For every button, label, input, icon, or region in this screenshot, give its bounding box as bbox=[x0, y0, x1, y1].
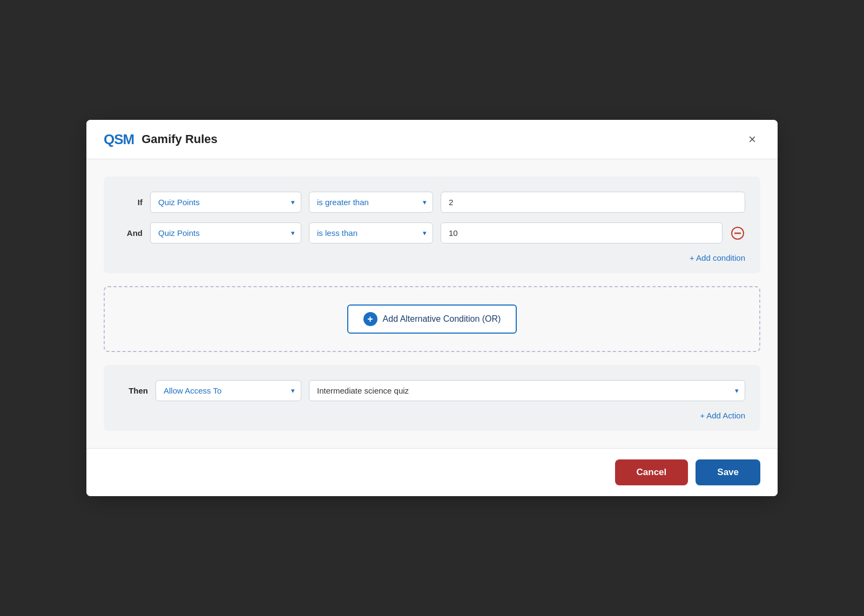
add-condition-row: + Add condition bbox=[119, 253, 745, 262]
gamify-rules-modal: QSM Gamify Rules × If Quiz Points Quiz S… bbox=[86, 120, 778, 496]
modal-overlay: QSM Gamify Rules × If Quiz Points Quiz S… bbox=[0, 0, 864, 616]
action-block: Then Allow Access To Deny Access To Awar… bbox=[104, 365, 760, 431]
if-field-select[interactable]: Quiz Points Quiz Score Time Taken bbox=[150, 192, 301, 213]
alt-plus-icon: + bbox=[363, 312, 377, 326]
if-operator-wrapper: is greater than is less than is equal to… bbox=[309, 192, 433, 213]
remove-and-condition-button[interactable] bbox=[730, 226, 745, 241]
close-button[interactable]: × bbox=[744, 131, 760, 148]
add-action-button[interactable]: + Add Action bbox=[700, 411, 745, 420]
cancel-button[interactable]: Cancel bbox=[615, 459, 688, 485]
header-left: QSM Gamify Rules bbox=[104, 131, 218, 148]
if-field-wrapper: Quiz Points Quiz Score Time Taken ▾ bbox=[150, 192, 301, 213]
action-type-wrapper: Allow Access To Deny Access To Award Poi… bbox=[156, 380, 301, 401]
and-value-input[interactable] bbox=[441, 222, 723, 243]
then-label: Then bbox=[119, 386, 148, 395]
alternative-condition-block: + Add Alternative Condition (OR) bbox=[104, 286, 760, 352]
action-row: Then Allow Access To Deny Access To Awar… bbox=[119, 380, 745, 401]
modal-footer: Cancel Save bbox=[86, 448, 778, 496]
qsm-logo: QSM bbox=[104, 131, 134, 148]
and-condition-row: And Quiz Points Quiz Score Time Taken ▾ … bbox=[119, 222, 745, 243]
action-value-select[interactable]: Intermediate science quiz Advanced scien… bbox=[309, 380, 745, 401]
if-value-input[interactable] bbox=[441, 192, 745, 213]
modal-header: QSM Gamify Rules × bbox=[86, 120, 778, 159]
and-operator-select[interactable]: is greater than is less than is equal to… bbox=[309, 222, 433, 243]
and-label: And bbox=[119, 228, 143, 238]
and-operator-wrapper: is greater than is less than is equal to… bbox=[309, 222, 433, 243]
if-condition-row: If Quiz Points Quiz Score Time Taken ▾ i… bbox=[119, 192, 745, 213]
and-field-select[interactable]: Quiz Points Quiz Score Time Taken bbox=[150, 222, 301, 243]
modal-body: If Quiz Points Quiz Score Time Taken ▾ i… bbox=[86, 159, 778, 448]
add-condition-button[interactable]: + Add condition bbox=[690, 253, 745, 262]
alt-condition-label: Add Alternative Condition (OR) bbox=[383, 314, 501, 324]
if-label: If bbox=[119, 198, 143, 207]
add-action-row: + Add Action bbox=[119, 411, 745, 420]
and-field-wrapper: Quiz Points Quiz Score Time Taken ▾ bbox=[150, 222, 301, 243]
action-type-select[interactable]: Allow Access To Deny Access To Award Poi… bbox=[156, 380, 301, 401]
if-operator-select[interactable]: is greater than is less than is equal to… bbox=[309, 192, 433, 213]
add-alternative-condition-button[interactable]: + Add Alternative Condition (OR) bbox=[347, 304, 517, 334]
save-button[interactable]: Save bbox=[696, 459, 760, 485]
condition-block: If Quiz Points Quiz Score Time Taken ▾ i… bbox=[104, 177, 760, 273]
modal-title: Gamify Rules bbox=[141, 132, 218, 146]
action-value-wrapper: Intermediate science quiz Advanced scien… bbox=[309, 380, 745, 401]
